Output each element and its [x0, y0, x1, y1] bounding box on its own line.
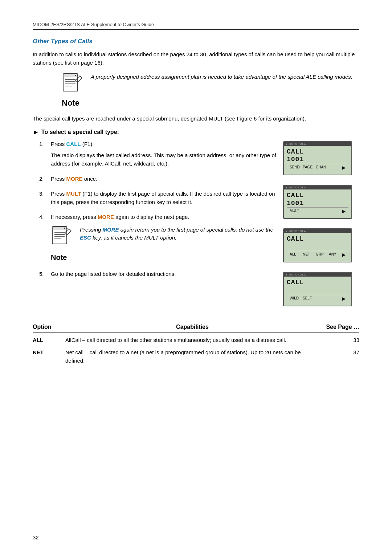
page-number: 32: [33, 534, 39, 540]
call-keyword: CALL: [66, 141, 81, 147]
note1-label: Note: [62, 98, 359, 108]
arrow-2: ▶: [342, 209, 346, 214]
radio-display-4: ● MOTOROLA CALL WILD SELF ▶: [283, 272, 352, 306]
softkey-send: SEND: [290, 165, 301, 170]
note2-text: Pressing MORE again return you to the fi…: [80, 226, 279, 242]
more-keyword-1: MORE: [66, 176, 83, 182]
note2-box: Pressing MORE again return you to the fi…: [51, 226, 279, 247]
page: MICOM-2ES/2RS/2TS ALE Supplement to Owne…: [0, 0, 392, 555]
col-option-header: Option: [33, 324, 65, 330]
table-header: Option Capabilities See Page …: [33, 324, 359, 332]
mult-keyword: MULT: [66, 191, 81, 197]
step-5-main: Go to the page listed below for detailed…: [51, 270, 279, 278]
display1-line2: 1001: [287, 156, 348, 164]
row-net-capabilities: Net call – call directed to a net (a net…: [65, 348, 319, 365]
step-3-num: 3.: [33, 189, 51, 198]
softkey-any: ANY: [329, 252, 340, 257]
radio-display-2: ● MOTOROLA CALL 1001 MULT ▶: [283, 185, 352, 219]
step-2-content: Press MORE once.: [51, 175, 283, 183]
display1-softkeys: SEND PAGE CHAN ▶: [287, 164, 348, 172]
body2-paragraph: The special call types are reached under…: [33, 114, 359, 123]
step-1-detail: The radio displays the last called addre…: [51, 151, 279, 168]
step-header-text: To select a special call type:: [41, 129, 119, 135]
softkey-grp: GRP: [316, 252, 327, 257]
intro-paragraph: In addition to calls to individual stati…: [33, 50, 359, 67]
table-row-all: ALL AllCall – call directed to all the o…: [33, 334, 359, 347]
softkey-net: NET: [303, 252, 314, 257]
row-all-page: 33: [319, 336, 359, 344]
step-4-content: If necessary, press MORE again to displa…: [51, 213, 283, 263]
display3-line2: [287, 243, 348, 251]
arrow-3: ▶: [342, 252, 346, 257]
step-1-main: Press CALL (F1).: [51, 140, 279, 148]
display4-line1: CALL: [287, 279, 348, 287]
screen-4: CALL WILD SELF ▶: [284, 277, 351, 305]
step-1-content: Press CALL (F1). The radio displays the …: [51, 140, 283, 168]
brand-1: ● MOTOROLA: [284, 142, 351, 146]
step-3: 3. Press MULT (F1) to display the first …: [33, 189, 283, 207]
step-4-main: If necessary, press MORE again to displa…: [51, 213, 279, 221]
softkey-self: SELF: [303, 296, 314, 301]
softkey-all: ALL: [290, 252, 301, 257]
step-4: 4. If necessary, press MORE again to dis…: [33, 213, 283, 263]
step-header: ► To select a special call type:: [33, 128, 359, 136]
note2-label: Note: [51, 252, 279, 263]
row-all-option: ALL: [33, 336, 65, 344]
more-italic: MORE: [103, 227, 119, 233]
display2-softkeys: MULT ▶: [287, 207, 348, 215]
svg-point-13: [66, 228, 68, 229]
step-5-content: Go to the page listed below for detailed…: [51, 270, 283, 278]
step-3-main: Press MULT (F1) to display the first pag…: [51, 189, 279, 207]
row-all-capabilities: AllCall – call directed to all the other…: [65, 336, 319, 344]
bottom-rule: [33, 533, 359, 533]
arrow-4: ▶: [342, 296, 346, 301]
capabilities-table: Option Capabilities See Page … ALL AllCa…: [33, 324, 359, 367]
col-capabilities-header: Capabilities: [65, 324, 319, 330]
arrow-icon: ►: [33, 128, 39, 136]
step-2-num: 2.: [33, 175, 51, 183]
softkey-wild: WILD: [290, 296, 301, 301]
radio-display-1: ● MOTOROLA CALL 1001 SEND PAGE CHAN ▶: [283, 141, 352, 175]
step-2-main: Press MORE once.: [51, 175, 279, 183]
svg-point-3: [77, 75, 78, 76]
steps-list: 1. Press CALL (F1). The radio displays t…: [33, 140, 283, 278]
display3-softkeys: ALL NET GRP ANY ▶: [287, 251, 348, 259]
note1-text: A properly designed address assignment p…: [91, 73, 352, 81]
svg-point-2: [75, 75, 76, 76]
step-3-content: Press MULT (F1) to display the first pag…: [51, 189, 283, 207]
radio-display-3: ● MOTOROLA CALL ALL NET GRP ANY ▶: [283, 228, 352, 262]
display2-line2: 1001: [287, 200, 348, 208]
step-2: 2. Press MORE once.: [33, 175, 283, 183]
screen-2: CALL 1001 MULT ▶: [284, 189, 351, 218]
step-4-num: 4.: [33, 213, 51, 221]
softkey-mult: MULT: [290, 209, 301, 214]
brand-4: ● MOTOROLA: [284, 273, 351, 277]
step-1: 1. Press CALL (F1). The radio displays t…: [33, 140, 283, 168]
softkey-page: PAGE: [303, 165, 314, 170]
col-seepage-header: See Page …: [319, 324, 359, 330]
svg-point-12: [64, 228, 65, 229]
section-title: Other Types of Calls: [33, 38, 359, 45]
display1-line1: CALL: [287, 148, 348, 156]
more-keyword-2: MORE: [98, 214, 114, 220]
row-net-option: NET: [33, 348, 65, 357]
step-1-num: 1.: [33, 140, 51, 148]
arrow-1: ▶: [342, 165, 346, 170]
note1-icon: [62, 73, 84, 93]
screen-1: CALL 1001 SEND PAGE CHAN ▶: [284, 146, 351, 175]
softkey-chan: CHAN: [316, 165, 327, 170]
table-row-net: NET Net call – call directed to a net (a…: [33, 346, 359, 367]
note2-icon: [51, 226, 73, 247]
step-5: 5. Go to the page listed below for detai…: [33, 270, 283, 278]
row-net-page: 37: [319, 348, 359, 357]
brand-2: ● MOTOROLA: [284, 185, 351, 189]
esc-keyword: ESC: [80, 234, 91, 241]
display4-softkeys: WILD SELF ▶: [287, 295, 348, 303]
display2-line1: CALL: [287, 192, 348, 200]
display4-line2: [287, 287, 348, 295]
display3-line1: CALL: [287, 235, 348, 243]
step-5-num: 5.: [33, 270, 51, 278]
header-text: MICOM-2ES/2RS/2TS ALE Supplement to Owne…: [33, 22, 359, 30]
note1-box: A properly designed address assignment p…: [62, 73, 359, 93]
displays-column: ● MOTOROLA CALL 1001 SEND PAGE CHAN ▶ ● …: [283, 140, 359, 313]
